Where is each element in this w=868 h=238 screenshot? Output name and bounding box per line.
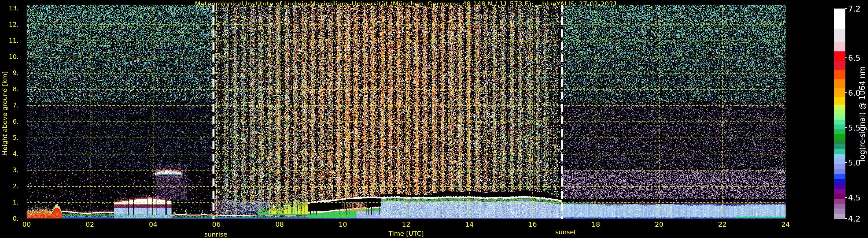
colorbar-tick-mark: [845, 127, 847, 128]
lidar-quicklook-figure: Meteorological Institute of Ludwig-Maxim…: [0, 0, 868, 238]
colorbar-segment: [834, 109, 845, 114]
y-tick-label: 3.: [0, 166, 19, 174]
y-tick-label: 13.: [0, 5, 19, 12]
colorbar-segment: [834, 204, 845, 208]
sunrise-label: sunrise: [204, 231, 227, 238]
colorbar-segment: [834, 52, 845, 61]
colorbar-tick-mark: [845, 93, 847, 93]
colorbar-segment: [834, 194, 845, 199]
y-tick-label: 11.: [0, 37, 19, 44]
x-tick-label: 22: [718, 221, 726, 228]
colorbar-tick-mark: [845, 197, 847, 198]
colorbar-segment: [834, 88, 845, 97]
colorbar-segment: [834, 97, 845, 105]
x-tick-label: 14: [465, 221, 473, 228]
colorbar-segment: [834, 42, 845, 52]
y-tick-label: 1.: [0, 199, 19, 206]
y-tick-label: 0.: [0, 215, 19, 223]
colorbar-tick-label: 4.5: [848, 193, 861, 202]
colorbar-segment: [834, 154, 845, 159]
y-tick-label: 8.: [0, 86, 19, 93]
colorbar-segment: [834, 214, 845, 219]
colorbar-segment: [834, 120, 845, 125]
colorbar: [834, 9, 845, 219]
x-tick-label: 04: [149, 221, 157, 228]
lidar-heatmap: [27, 5, 785, 219]
x-tick-label: 20: [655, 221, 663, 228]
colorbar-segment: [834, 179, 845, 184]
colorbar-segment: [834, 164, 845, 169]
y-tick-label: 4.: [0, 150, 19, 158]
colorbar-segment: [834, 159, 845, 164]
y-axis-label: Height above ground [km]: [1, 71, 8, 155]
y-tick-label: 2.: [0, 182, 19, 190]
sunset-label: sunset: [555, 229, 577, 236]
colorbar-segment: [834, 208, 845, 213]
colorbar-segment: [834, 184, 845, 189]
x-tick-label: 06: [212, 221, 220, 228]
colorbar-segment: [834, 144, 845, 149]
colorbar-tick-label: 7.2: [848, 4, 861, 13]
y-tick-label: 12.: [0, 21, 19, 28]
colorbar-tick-mark: [845, 218, 847, 219]
y-tick-label: 5.: [0, 134, 19, 141]
colorbar-segment: [834, 9, 845, 29]
colorbar-segment: [834, 199, 845, 204]
colorbar-segment: [834, 105, 845, 109]
x-tick-label: 10: [339, 221, 347, 228]
colorbar-segment: [834, 70, 845, 79]
colorbar-segment: [834, 29, 845, 42]
colorbar-segment: [834, 149, 845, 154]
x-tick-label: 16: [528, 221, 537, 228]
colorbar-segment: [834, 139, 845, 144]
colorbar-segment: [834, 114, 845, 119]
colorbar-segment: [834, 61, 845, 70]
colorbar-axis-label: log(rc-signal) @ 1064 nm: [858, 66, 867, 161]
x-tick-label: 02: [86, 221, 94, 228]
colorbar-segment: [834, 189, 845, 194]
colorbar-tick-label: 4.2: [848, 214, 861, 223]
x-tick-label: 24: [781, 221, 789, 228]
y-tick-label: 10.: [0, 53, 19, 61]
colorbar-segment: [834, 174, 845, 179]
colorbar-tick-mark: [845, 162, 847, 163]
x-axis-label: Time [UTC]: [389, 230, 424, 237]
x-tick-label: 12: [402, 221, 410, 228]
colorbar-segment: [834, 79, 845, 88]
x-tick-label: 18: [591, 221, 600, 228]
colorbar-segment: [834, 169, 845, 174]
colorbar-tick-mark: [845, 8, 847, 9]
y-tick-label: 9.: [0, 69, 19, 77]
y-tick-label: 6.: [0, 118, 19, 125]
colorbar-segment: [834, 134, 845, 139]
colorbar-segment: [834, 129, 845, 134]
x-tick-label: 00: [22, 221, 31, 228]
x-tick-label: 08: [275, 221, 284, 228]
colorbar-tick-mark: [845, 58, 847, 58]
y-tick-label: 7.: [0, 102, 19, 109]
colorbar-tick-label: 6.5: [848, 53, 861, 62]
colorbar-segment: [834, 125, 845, 129]
